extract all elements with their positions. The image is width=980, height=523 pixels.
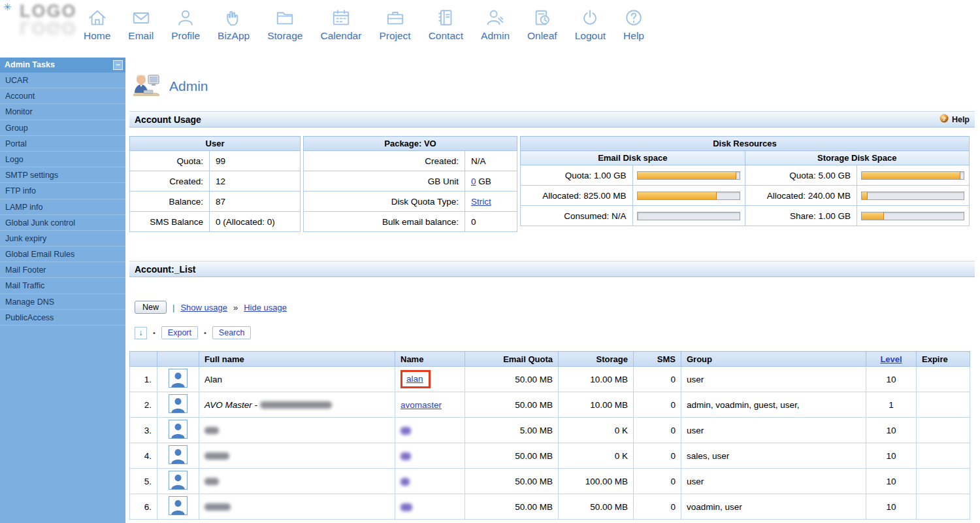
full-name-cell: AVO Master - [199,392,395,418]
nav-label: Profile [171,30,200,42]
avatar-cell [157,392,199,418]
storage-cell: 0 K [559,443,634,469]
avatar-cell [157,469,199,494]
redacted-link[interactable] [400,427,411,435]
group-cell: user [681,469,866,494]
stat-label: Bulk email balance: [304,212,465,232]
account-table: Full name Name Email Quota Storage SMS G… [129,351,970,520]
section-account-list: Account:_List [129,261,975,277]
expire-cell [917,418,970,443]
redacted-text [204,503,231,511]
nav-item-admin[interactable]: Admin [481,8,510,42]
header-full-name: Full name [199,352,395,367]
nav-item-profile[interactable]: Profile [171,8,200,42]
redacted-link[interactable] [400,503,412,511]
group-cell: sales, user [681,443,866,469]
stat-value: 0 (Allocated: 0) [210,212,301,232]
redacted-link[interactable] [400,452,411,460]
user-avatar-icon [169,482,188,492]
admin-icon [485,8,505,27]
sidebar-item-lamp-info[interactable]: LAMP info [0,199,125,215]
dot-separator: • [204,329,206,337]
package-value-link[interactable]: 0 [471,177,476,186]
header-email-quota: Email Quota [465,352,559,367]
header-sms: SMS [634,352,681,367]
stat-value: N/A [465,151,517,171]
storage-cell: 100.00 MB [559,469,634,494]
stat-value: 12 [210,171,301,192]
full-name-cell [199,494,395,520]
sidebar-item-group[interactable]: Group [0,120,125,136]
sidebar-item-mail-footer[interactable]: Mail Footer [0,262,125,278]
level-cell: 1 [866,392,917,418]
disk-stat-row: Allocated: 825.00 MBAllocated: 240.00 MB [521,186,970,206]
sidebar-item-mail-traffic[interactable]: Mail Traffic [0,278,125,294]
sidebar-item-account[interactable]: Account [0,88,125,104]
full-name-cell [199,418,395,443]
hide-usage-link[interactable]: Hide usage [244,303,287,312]
package-stat-row: Bulk email balance:0 [304,212,517,232]
account-rows: 1.Alanalan50.00 MB10.00 MB0user102.AVO M… [130,367,970,520]
package-value-link[interactable]: Strict [471,197,491,207]
nav-item-logout[interactable]: Logout [575,8,606,42]
group-cell: user [681,418,866,443]
progress-bar [861,192,964,200]
sms-cell: 0 [634,418,681,443]
nav-item-home[interactable]: Home [84,8,110,42]
project-icon [385,8,405,27]
search-button[interactable]: Search [212,326,252,339]
nav-item-email[interactable]: Email [128,8,154,42]
row-number: 5. [130,469,157,494]
nav-item-help[interactable]: Help [623,8,644,42]
collapse-button[interactable]: − [113,60,123,70]
export-button[interactable]: Export [161,326,198,339]
nav-label: Storage [267,30,302,42]
user-avatar-icon [169,380,188,390]
sidebar-item-smtp-settings[interactable]: SMTP settings [0,167,125,183]
show-usage-link[interactable]: Show usage [180,303,227,312]
group-cell: voadmin, user [681,494,866,520]
progress-bar [637,171,740,180]
header-storage: Storage [559,352,634,367]
redacted-text [204,427,219,434]
sidebar-item-portal[interactable]: Portal [0,136,125,152]
sidebar-item-junk-expiry[interactable]: Junk expiry [0,231,125,246]
disk-stat-label: Share: 1.00 GB [745,206,857,226]
sort-button[interactable]: ↓ [135,327,147,339]
full-name-text: Alan [204,375,222,384]
disk-stat-label: Quota: 1.00 GB [521,165,633,186]
redacted-link[interactable] [400,478,410,486]
account-name-link[interactable]: alan [406,374,423,384]
sidebar-item-ucar[interactable]: UCAR [0,73,125,88]
nav-item-bizapp[interactable]: BizApp [218,8,250,42]
avatar-cell [157,494,199,520]
stat-value: 87 [210,192,301,212]
nav-item-storage[interactable]: Storage [267,8,302,42]
sidebar-item-monitor[interactable]: Monitor [0,104,125,120]
stat-label: SMS Balance [130,212,210,232]
sidebar-item-logo[interactable]: Logo [0,152,125,167]
stat-label: Created: [304,151,465,171]
avatar-cell [157,367,199,392]
nav-item-contact[interactable]: Contact [429,8,463,42]
sidebar-item-manage-dns[interactable]: Manage DNS [0,294,125,310]
help-link[interactable]: ? Help [939,114,970,125]
nav-label: Contact [429,30,463,42]
nav-label: Logout [575,30,606,42]
nav-item-calendar[interactable]: Calendar [320,8,361,42]
account-name-link[interactable]: avomaster [400,400,442,410]
sidebar-item-publicaccess[interactable]: PublicAccess [0,310,125,326]
user-panel-header: User [130,137,301,151]
level-sort-link[interactable]: Level [880,354,902,364]
full-name-cell [199,469,395,494]
new-button[interactable]: New [135,301,167,314]
sidebar-item-ftp-info[interactable]: FTP info [0,183,125,199]
sidebar-item-global-email-rules[interactable]: Global Email Rules [0,246,125,262]
nav-item-project[interactable]: Project [379,8,410,42]
nav-item-onleaf[interactable]: Onleaf [527,8,557,42]
snowflake-icon: ✳ [3,1,12,13]
sidebar-item-global-junk-control[interactable]: Global Junk control [0,215,125,231]
user-stat-row: Quota:99 [130,151,301,171]
group-cell: user [681,367,866,392]
calendar-icon [331,8,351,27]
